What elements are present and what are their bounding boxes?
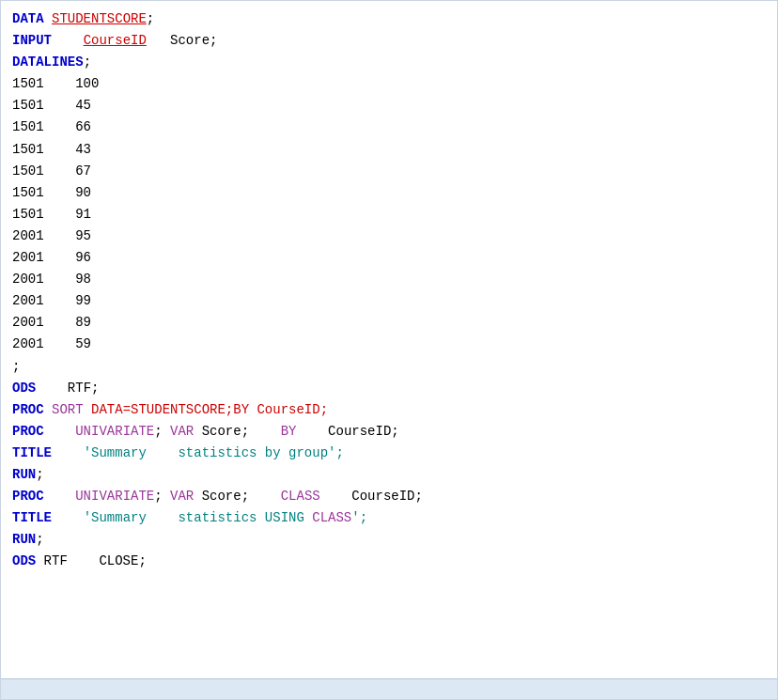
line-9: 1501 90 xyxy=(12,182,766,204)
line-6: 1501 66 xyxy=(12,117,766,138)
code-editor[interactable]: DATA STUDENTSCORE;INPUT CourseID Score;D… xyxy=(0,0,778,700)
line-8: 1501 67 xyxy=(12,161,766,182)
line-2: INPUT CourseID Score; xyxy=(12,30,766,52)
line-26: ODS RTF CLOSE; xyxy=(12,551,766,572)
line-22: RUN; xyxy=(12,464,766,486)
line-15: 2001 89 xyxy=(12,312,766,334)
line-25: RUN; xyxy=(12,529,766,551)
line-20: PROC UNIVARIATE; VAR Score; BY CourseID; xyxy=(12,421,766,443)
line-21: TITLE 'Summary statistics by group'; xyxy=(12,443,766,464)
line-5: 1501 45 xyxy=(12,95,766,117)
line-18: ODS RTF; xyxy=(12,378,766,399)
line-10: 1501 91 xyxy=(12,204,766,226)
status-bar xyxy=(1,678,777,699)
line-4: 1501 100 xyxy=(12,73,766,95)
line-17: ; xyxy=(12,356,766,378)
line-23: PROC UNIVARIATE; VAR Score; CLASS Course… xyxy=(12,486,766,507)
line-14: 2001 99 xyxy=(12,290,766,312)
line-24: TITLE 'Summary statistics USING CLASS'; xyxy=(12,507,766,529)
line-3: DATALINES; xyxy=(12,52,766,73)
line-12: 2001 96 xyxy=(12,247,766,269)
code-area[interactable]: DATA STUDENTSCORE;INPUT CourseID Score;D… xyxy=(1,1,777,678)
line-13: 2001 98 xyxy=(12,269,766,290)
line-16: 2001 59 xyxy=(12,334,766,355)
line-11: 2001 95 xyxy=(12,226,766,247)
line-19: PROC SORT DATA=STUDENTSCORE;BY CourseID; xyxy=(12,399,766,421)
line-1: DATA STUDENTSCORE; xyxy=(12,8,766,30)
line-7: 1501 43 xyxy=(12,139,766,161)
